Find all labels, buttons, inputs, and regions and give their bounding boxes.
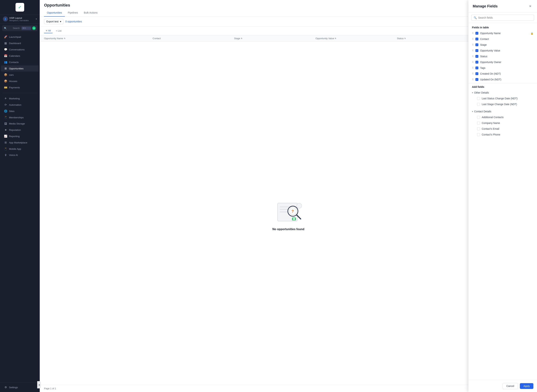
manage-fields-panel: Manage Fields ✕ 🔍 Fields in table ⠿ ✓ Op… xyxy=(468,0,537,392)
sidebar-item-mobile-app[interactable]: 📱 Mobile App xyxy=(1,146,39,152)
view-list-btn[interactable]: + List xyxy=(54,28,63,33)
sidebar-item-label: Houses xyxy=(9,80,17,83)
field-item-additional-contacts: Additional Contacts xyxy=(468,114,537,120)
table-header: Opportunity Name ⇅ Contact Stage ⇅ Oppor… xyxy=(40,35,537,42)
panel-body: Fields in table ⠿ ✓ Opportunity Name 🔒 ⠿… xyxy=(468,23,537,380)
field-checkbox-status[interactable]: ✓ xyxy=(475,55,478,58)
field-checkbox-stage[interactable]: ✓ xyxy=(475,43,478,46)
sidebar-item-label: Sites xyxy=(9,110,14,112)
drag-handle-icon[interactable]: ⠿ xyxy=(472,61,474,63)
drag-handle-icon[interactable]: ⠿ xyxy=(472,78,474,81)
empty-illustration: ? xyxy=(272,196,305,225)
field-item-opp-owner: ⠿ ✓ Opportunity Owner xyxy=(468,59,537,65)
col-header-value: Opportunity Value ⇅ xyxy=(315,37,397,40)
empty-state-text: No opportunities found xyxy=(273,228,304,231)
field-checkbox-opp-value[interactable]: ✓ xyxy=(475,49,478,52)
sidebar-item-calendars[interactable]: 📅 Calendars xyxy=(1,53,39,59)
sidebar-item-settings[interactable]: ⚙ Settings xyxy=(1,384,39,390)
sidebar-item-app-marketplace[interactable]: ⊞ App Marketplace xyxy=(1,140,39,146)
sidebar-item-opportunities[interactable]: ⊞ Opportunities xyxy=(1,65,39,71)
panel-search: 🔍 xyxy=(468,13,537,23)
search-label: Search xyxy=(13,27,21,29)
field-checkbox-company-name[interactable] xyxy=(477,121,480,125)
field-checkbox-contacts-email[interactable] xyxy=(477,127,480,130)
sidebar-item-label: Launchpad xyxy=(9,36,21,38)
new-item-button[interactable]: + xyxy=(32,26,36,30)
field-item-status: ⠿ ✓ Status xyxy=(468,53,537,59)
tab-bulk-actions[interactable]: Bulk Actions xyxy=(81,10,100,17)
field-label: Last Status Change Date (NDT) xyxy=(482,97,518,100)
field-checkbox-additional-contacts[interactable] xyxy=(477,116,480,119)
sidebar-bottom: ⚙ Settings ◀ xyxy=(0,383,40,392)
field-checkbox-contacts-phone[interactable] xyxy=(477,133,480,136)
drag-handle-icon[interactable]: ⠿ xyxy=(472,43,474,46)
sidebar-item-reporting[interactable]: 📈 Reporting xyxy=(1,133,39,139)
svg-rect-5 xyxy=(293,218,295,220)
drag-handle-icon[interactable]: ⠿ xyxy=(472,49,474,52)
sidebar-item-contacts[interactable]: 👥 Contacts xyxy=(1,59,39,65)
contact-details-section-header[interactable]: ▾ Contact Details xyxy=(468,109,537,114)
sidebar-item-houses[interactable]: 📦 Houses xyxy=(1,78,39,84)
cars-icon: 📦 xyxy=(4,73,7,76)
field-label: Additional Contacts xyxy=(482,116,504,119)
sidebar-item-marketing[interactable]: ✈ Marketing xyxy=(1,95,39,102)
sidebar-item-label: Voice AI xyxy=(9,154,18,156)
list-view-icon: ≡ xyxy=(46,29,47,32)
field-checkbox-tags[interactable]: ✓ xyxy=(475,66,478,69)
cancel-button[interactable]: Cancel xyxy=(503,383,518,389)
field-checkbox-last-status-change[interactable] xyxy=(477,97,480,100)
field-label: Contact xyxy=(480,37,489,41)
toolbar: Export test ▾ 0 opportunities xyxy=(40,17,537,27)
add-list-label: + List xyxy=(56,29,61,32)
sidebar-item-cars[interactable]: 📦 cars xyxy=(1,72,39,78)
mobile-app-icon: 📱 xyxy=(4,147,7,150)
apply-button[interactable]: Apply xyxy=(520,383,533,389)
sidebar-search[interactable]: 🔍 Search ⌘K + xyxy=(2,25,37,31)
chevron-down-icon: ▾ xyxy=(472,110,473,113)
field-label: Tags xyxy=(480,66,486,69)
drag-handle-icon[interactable]: ⠿ xyxy=(472,67,474,69)
field-checkbox-created-on[interactable]: ✓ xyxy=(475,72,478,75)
other-details-section-header[interactable]: ▾ Other Details xyxy=(468,90,537,96)
view-all-btn[interactable]: ≡ All xyxy=(44,28,53,33)
field-checkbox-opp-name[interactable]: ✓ xyxy=(475,32,478,35)
sidebar-item-sites[interactable]: 🌐 Sites xyxy=(1,108,39,114)
svg-rect-3 xyxy=(280,211,289,212)
panel-close-btn[interactable]: ✕ xyxy=(528,4,533,9)
sidebar-item-conversations[interactable]: 💬 Conversations xyxy=(1,47,39,53)
sidebar-item-payments[interactable]: 💳 Payments xyxy=(1,84,39,90)
opportunities-icon: ⊞ xyxy=(4,67,7,70)
drag-handle-icon[interactable]: ⠿ xyxy=(472,72,474,75)
sites-icon: 🌐 xyxy=(4,109,7,113)
sidebar-item-dashboard[interactable]: ▦ Dashboard xyxy=(1,40,39,46)
sidebar-item-voice-ai[interactable]: 🎙 Voice AI xyxy=(1,152,39,158)
field-item-company-name: Company Name xyxy=(468,120,537,126)
tab-opportunities-active[interactable]: Opportunities xyxy=(44,10,65,17)
drag-handle-icon[interactable]: ⠿ xyxy=(472,32,474,34)
pipeline-label: Export test xyxy=(46,20,59,23)
marketing-icon: ✈ xyxy=(4,97,7,100)
contacts-icon: 👥 xyxy=(4,61,7,64)
sidebar-collapse-btn[interactable]: ◀ xyxy=(37,381,40,388)
sidebar-item-reputation[interactable]: ★ Reputation xyxy=(1,127,39,133)
sort-icon: ⇅ xyxy=(64,37,65,39)
field-checkbox-updated-on[interactable]: ✓ xyxy=(475,78,478,81)
field-item-stage: ⠿ ✓ Stage xyxy=(468,42,537,48)
field-checkbox-last-stage-change[interactable] xyxy=(477,103,480,106)
field-item-contacts-phone: Contact's Phone xyxy=(468,132,537,137)
pipeline-selector[interactable]: Export test ▾ xyxy=(44,19,64,24)
sidebar-item-memberships[interactable]: 📱 Memberships xyxy=(1,114,39,121)
sidebar-item-media-storage[interactable]: 🖼 Media Storage xyxy=(1,121,39,127)
fields-search-input[interactable] xyxy=(478,16,532,19)
field-checkbox-contact[interactable]: ✓ xyxy=(475,37,478,41)
calendars-icon: 📅 xyxy=(4,54,7,57)
sidebar-item-launchpad[interactable]: 🚀 Launchpad xyxy=(1,34,39,40)
tab-pipelines[interactable]: Pipelines xyxy=(65,10,81,17)
sidebar-item-automation[interactable]: ⟳ Automation xyxy=(1,102,39,108)
drag-handle-icon[interactable]: ⠿ xyxy=(472,55,474,58)
workspace-selector[interactable]: 👤 HSR Layout Bengaluru, Karnataka ▾ xyxy=(0,15,40,23)
drag-handle-icon[interactable]: ⠿ xyxy=(472,38,474,40)
field-checkbox-opp-owner[interactable]: ✓ xyxy=(475,61,478,64)
search-kbd: ⌘K xyxy=(22,27,31,30)
dashboard-icon: ▦ xyxy=(4,42,7,45)
